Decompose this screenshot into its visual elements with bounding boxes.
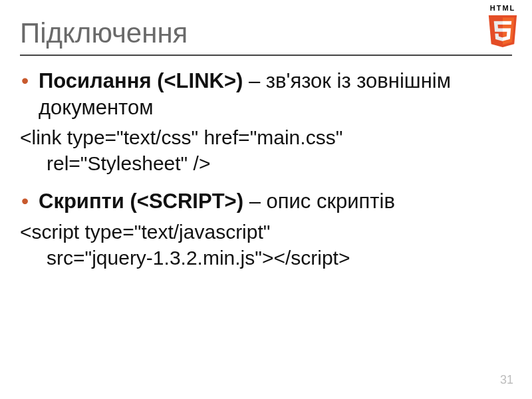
slide-title: Підключення xyxy=(20,17,512,49)
bullet-link: Посилання (<LINK>) – зв'язок із зовнішні… xyxy=(20,68,512,120)
bullet-script-strong: Скрипти (<SCRIPT>) xyxy=(39,190,243,213)
code-link-line1: <link type="text/css" href="main.css" xyxy=(20,126,342,148)
slide: HTML Підключення Посилання (<LINK>) – зв… xyxy=(0,0,532,399)
bullet-link-strong: Посилання (<LINK>) xyxy=(39,69,243,92)
page-number: 31 xyxy=(500,373,513,387)
code-script: <script type="text/javascript" src="jque… xyxy=(20,219,512,271)
html5-shield-icon xyxy=(487,13,519,49)
code-script-line2: src="jquery-1.3.2.min.js"></script> xyxy=(20,245,512,271)
bullet-script: Скрипти (<SCRIPT>) – опис скриптів xyxy=(20,188,512,215)
html5-logo-label: HTML xyxy=(483,4,523,12)
slide-content: Посилання (<LINK>) – зв'язок із зовнішні… xyxy=(20,68,512,271)
title-divider xyxy=(20,55,512,56)
code-script-line1: <script type="text/javascript" xyxy=(20,221,270,243)
html5-logo: HTML xyxy=(483,4,523,49)
code-link: <link type="text/css" href="main.css" re… xyxy=(20,124,512,176)
bullet-script-rest: – опис скриптів xyxy=(243,190,395,213)
code-link-line2: rel="Stylesheet" /> xyxy=(20,150,512,176)
